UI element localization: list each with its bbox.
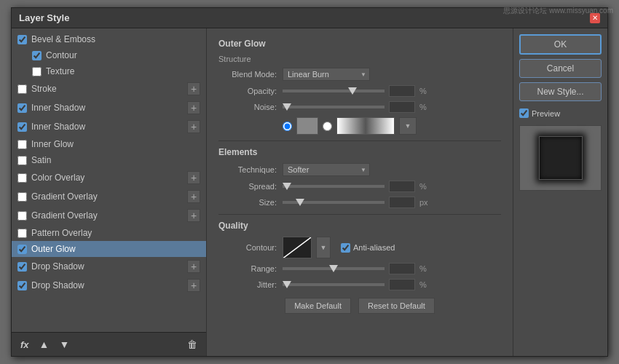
plus-btn-stroke[interactable]: + — [187, 82, 200, 95]
blend-mode-label: Blend Mode: — [218, 70, 277, 79]
label-contour: Contour — [46, 50, 200, 60]
checkbox-satin[interactable] — [17, 156, 27, 165]
technique-select[interactable]: SofterPrecise — [283, 163, 370, 176]
contour-dropdown-wrap[interactable]: ▼ — [316, 237, 331, 258]
label-gradient-overlay-2: Gradient Overlay — [31, 210, 187, 221]
section1-sub: Structure — [218, 55, 501, 63]
spread-label: Spread: — [218, 182, 277, 191]
watermark: 思源设计论坛 www.missyuan.com — [503, 6, 613, 16]
checkbox-stroke[interactable] — [17, 84, 27, 94]
noise-slider-container[interactable] — [283, 102, 385, 112]
sidebar-item-inner-shadow-1[interactable]: Inner Shadow+ — [12, 98, 206, 117]
sidebar-item-stroke[interactable]: Stroke+ — [12, 79, 206, 98]
contour-preview[interactable] — [283, 237, 312, 258]
color-radio-solid[interactable] — [283, 122, 292, 131]
right-panel: OK Cancel New Style... Preview — [513, 28, 607, 356]
color-control: ▼ — [283, 117, 501, 135]
cancel-button[interactable]: Cancel — [519, 59, 602, 78]
sidebar-item-gradient-overlay-1[interactable]: Gradient Overlay+ — [12, 187, 206, 206]
opacity-slider-thumb[interactable] — [348, 87, 357, 95]
make-default-button[interactable]: Make Default — [285, 298, 351, 314]
color-radio-gradient[interactable] — [323, 122, 332, 131]
anti-aliased-label[interactable]: Anti-aliased — [341, 243, 395, 253]
checkbox-inner-glow[interactable] — [17, 140, 27, 149]
preview-checkbox[interactable] — [519, 108, 529, 118]
sidebar-item-texture[interactable]: Texture — [12, 63, 206, 79]
noise-slider-thumb[interactable] — [283, 103, 291, 111]
new-style-button[interactable]: New Style... — [519, 82, 602, 101]
checkbox-bevel-emboss[interactable] — [17, 35, 27, 44]
delete-icon[interactable]: 🗑 — [184, 337, 200, 352]
center-panel: Outer Glow Structure Blend Mode: NormalD… — [207, 28, 513, 356]
left-panel: Bevel & EmbossContourTextureStroke+Inner… — [12, 28, 207, 356]
reset-default-button[interactable]: Reset to Default — [358, 298, 435, 314]
checkbox-pattern-overlay[interactable] — [17, 229, 27, 238]
size-slider-container[interactable] — [283, 197, 385, 207]
checkbox-drop-shadow-1[interactable] — [17, 262, 27, 272]
plus-btn-drop-shadow-2[interactable]: + — [187, 279, 200, 292]
spread-slider-container[interactable] — [283, 181, 385, 191]
sidebar-item-color-overlay[interactable]: Color Overlay+ — [12, 168, 206, 187]
opacity-input[interactable]: 70 — [389, 85, 415, 97]
size-slider-thumb[interactable] — [296, 199, 304, 206]
sidebar-item-inner-glow[interactable]: Inner Glow — [12, 136, 206, 152]
sidebar-item-bevel-emboss[interactable]: Bevel & Emboss — [12, 31, 206, 47]
size-unit: px — [419, 198, 433, 207]
range-input[interactable]: 50 — [389, 263, 415, 274]
sidebar-item-contour[interactable]: Contour — [12, 47, 206, 63]
noise-input[interactable]: 0 — [389, 101, 415, 113]
sidebar-item-drop-shadow-2[interactable]: Drop Shadow+ — [12, 276, 206, 295]
sidebar-item-pattern-overlay[interactable]: Pattern Overlay — [12, 225, 206, 241]
size-input[interactable]: 10 — [389, 197, 415, 208]
sidebar-item-gradient-overlay-2[interactable]: Gradient Overlay+ — [12, 206, 206, 225]
opacity-unit: % — [419, 87, 433, 95]
checkbox-color-overlay[interactable] — [17, 173, 27, 183]
blend-mode-row: Blend Mode: NormalDissolveMultiplyScreen… — [218, 68, 501, 81]
checkbox-gradient-overlay-2[interactable] — [17, 211, 27, 221]
plus-btn-color-overlay[interactable]: + — [187, 171, 200, 184]
checkbox-contour[interactable] — [32, 51, 42, 60]
ok-button[interactable]: OK — [519, 34, 602, 55]
jitter-slider-container[interactable] — [283, 280, 385, 290]
checkbox-inner-shadow-2[interactable] — [17, 122, 27, 132]
move-down-icon[interactable]: ▼ — [56, 337, 72, 352]
range-slider-container[interactable] — [283, 264, 385, 274]
jitter-input[interactable]: 0 — [389, 279, 415, 290]
opacity-label: Opacity: — [218, 87, 277, 95]
spread-slider-thumb[interactable] — [283, 183, 291, 190]
plus-btn-inner-shadow-2[interactable]: + — [187, 120, 200, 133]
sidebar-item-drop-shadow-1[interactable]: Drop Shadow+ — [12, 257, 206, 276]
checkbox-drop-shadow-2[interactable] — [17, 281, 27, 290]
checkbox-outer-glow[interactable] — [17, 245, 27, 254]
plus-btn-inner-shadow-1[interactable]: + — [187, 101, 200, 114]
size-row: Size: 10 px — [218, 197, 501, 208]
range-slider-thumb[interactable] — [329, 265, 338, 272]
plus-btn-drop-shadow-1[interactable]: + — [187, 260, 200, 273]
section2-title: Elements — [218, 147, 501, 157]
fx-icon[interactable]: fx — [17, 338, 32, 352]
spread-input[interactable]: 0 — [389, 181, 415, 192]
checkbox-inner-shadow-1[interactable] — [17, 103, 27, 113]
contour-control: ▼ Anti-aliased — [283, 237, 501, 258]
technique-dropdown-wrap: SofterPrecise — [283, 163, 370, 176]
technique-control: SofterPrecise — [283, 163, 501, 176]
checkbox-texture[interactable] — [32, 67, 42, 76]
solid-color-swatch[interactable] — [296, 117, 318, 135]
sidebar-item-satin[interactable]: Satin — [12, 152, 206, 168]
sidebar-item-inner-shadow-2[interactable]: Inner Shadow+ — [12, 117, 206, 136]
plus-btn-gradient-overlay-2[interactable]: + — [187, 209, 200, 222]
gradient-swatch[interactable] — [336, 117, 395, 135]
move-up-icon[interactable]: ▲ — [36, 337, 52, 352]
preview-label[interactable]: Preview — [519, 108, 602, 118]
gradient-dropdown-btn[interactable]: ▼ — [399, 117, 417, 135]
jitter-unit: % — [419, 280, 433, 289]
plus-btn-gradient-overlay-1[interactable]: + — [187, 190, 200, 203]
anti-aliased-checkbox[interactable] — [341, 243, 350, 253]
opacity-slider-container[interactable] — [283, 86, 385, 96]
jitter-slider-thumb[interactable] — [283, 281, 291, 288]
sidebar-item-outer-glow[interactable]: Outer Glow — [12, 241, 206, 257]
blend-mode-select[interactable]: NormalDissolveMultiplyScreenOverlayLinea… — [283, 68, 370, 81]
checkbox-gradient-overlay-1[interactable] — [17, 192, 27, 202]
section1-title: Outer Glow — [218, 39, 501, 49]
range-row: Range: 50 % — [218, 263, 501, 274]
